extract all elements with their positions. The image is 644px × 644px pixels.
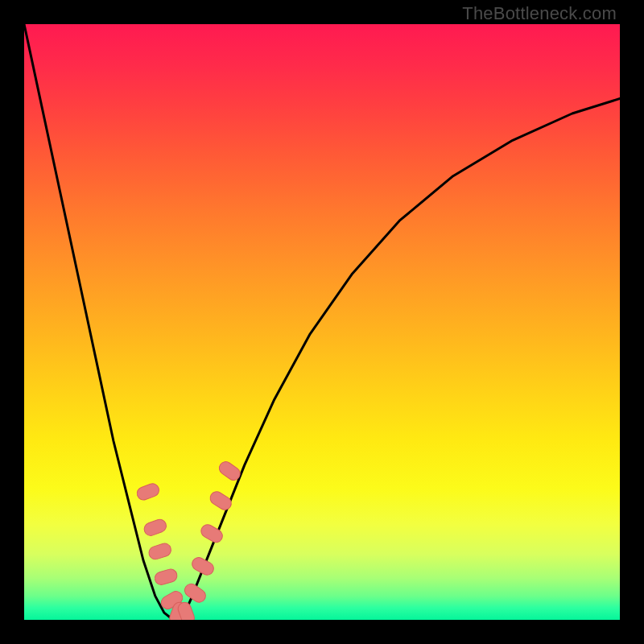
- chart-frame: TheBottleneck.com: [0, 0, 644, 644]
- background-gradient: [24, 24, 620, 620]
- attribution-text: TheBottleneck.com: [462, 3, 617, 24]
- plot-area: [24, 24, 620, 620]
